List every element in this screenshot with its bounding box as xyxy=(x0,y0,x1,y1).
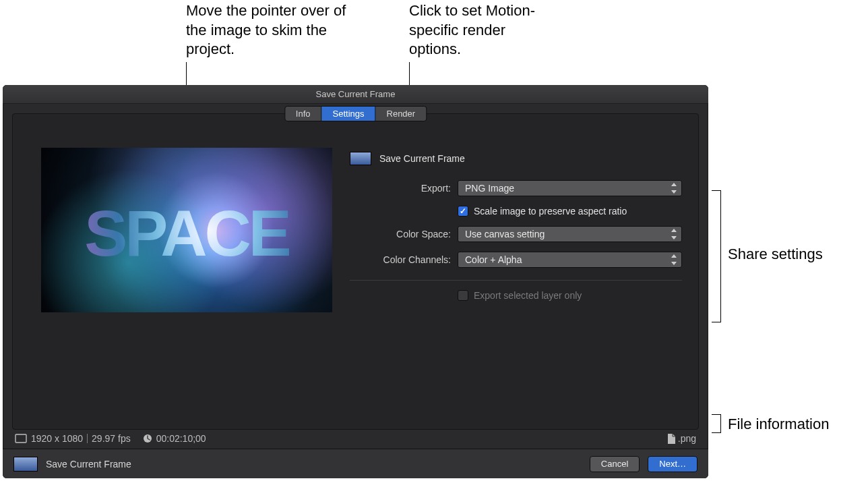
callout-file-information: File information xyxy=(728,416,829,433)
status-timecode: 00:02:10;00 xyxy=(156,433,206,444)
popup-arrows-icon xyxy=(671,254,677,266)
annotation-skim: Move the pointer over of the image to sk… xyxy=(186,1,354,59)
callout-share-settings: Share settings xyxy=(728,246,823,263)
scale-checkbox-label: Scale image to preserve aspect ratio xyxy=(474,206,627,217)
tab-info[interactable]: Info xyxy=(285,107,322,121)
inspector-tabs: Info Settings Render xyxy=(284,106,427,121)
svg-rect-0 xyxy=(16,434,26,443)
export-popup[interactable]: PNG Image xyxy=(458,180,682,196)
export-value: PNG Image xyxy=(465,183,514,194)
cancel-button[interactable]: Cancel xyxy=(590,456,640,472)
inspector-pane: Info Settings Render SPACE Save Current … xyxy=(12,113,699,430)
colorchannels-label: Color Channels: xyxy=(350,254,451,265)
clock-icon xyxy=(143,434,152,443)
bracket-fileinfo xyxy=(712,414,721,433)
status-bar: 1920 x 1080 29.97 fps 00:02:10;00 .png xyxy=(15,431,696,446)
scale-checkbox[interactable] xyxy=(458,206,468,217)
bottom-label: Save Current Frame xyxy=(46,459,131,470)
status-extension: .png xyxy=(678,433,696,444)
bottom-bar: Save Current Frame Cancel Next… xyxy=(3,449,708,478)
bracket-share xyxy=(712,190,721,322)
export-layer-checkbox-row: Export selected layer only xyxy=(458,290,682,301)
export-layer-checkbox xyxy=(458,290,468,301)
scale-checkbox-row[interactable]: Scale image to preserve aspect ratio xyxy=(458,206,682,217)
colorchannels-value: Color + Alpha xyxy=(465,254,522,265)
settings-header: Save Current Frame xyxy=(350,152,465,165)
file-icon xyxy=(667,434,675,444)
resolution-icon xyxy=(15,434,27,443)
preview-title-graphic: SPACE xyxy=(84,201,289,266)
export-label: Export: xyxy=(350,183,451,194)
popup-arrows-icon xyxy=(671,182,677,194)
dialog-title: Save Current Frame xyxy=(3,85,708,104)
bottom-thumbnail-icon xyxy=(13,457,38,472)
annotation-render: Click to set Motion-specific render opti… xyxy=(409,1,557,59)
next-button[interactable]: Next… xyxy=(648,456,698,472)
tab-render[interactable]: Render xyxy=(376,107,427,121)
status-fps: 29.97 fps xyxy=(92,433,131,444)
colorspace-label: Color Space: xyxy=(350,229,451,239)
tab-settings[interactable]: Settings xyxy=(322,107,376,121)
settings-form: Export: PNG Image Scale image to preserv… xyxy=(350,180,682,301)
settings-divider xyxy=(350,280,682,281)
status-divider xyxy=(87,434,88,443)
settings-header-title: Save Current Frame xyxy=(379,153,465,164)
save-frame-dialog: Save Current Frame Info Settings Render … xyxy=(3,85,708,478)
colorspace-popup[interactable]: Use canvas setting xyxy=(458,226,682,242)
colorspace-value: Use canvas setting xyxy=(465,229,545,239)
status-resolution: 1920 x 1080 xyxy=(31,433,83,444)
popup-arrows-icon xyxy=(671,228,677,240)
export-layer-checkbox-label: Export selected layer only xyxy=(474,290,582,301)
preset-thumbnail-icon xyxy=(350,152,371,165)
colorchannels-popup[interactable]: Color + Alpha xyxy=(458,252,682,268)
preview-image[interactable]: SPACE xyxy=(41,148,332,312)
